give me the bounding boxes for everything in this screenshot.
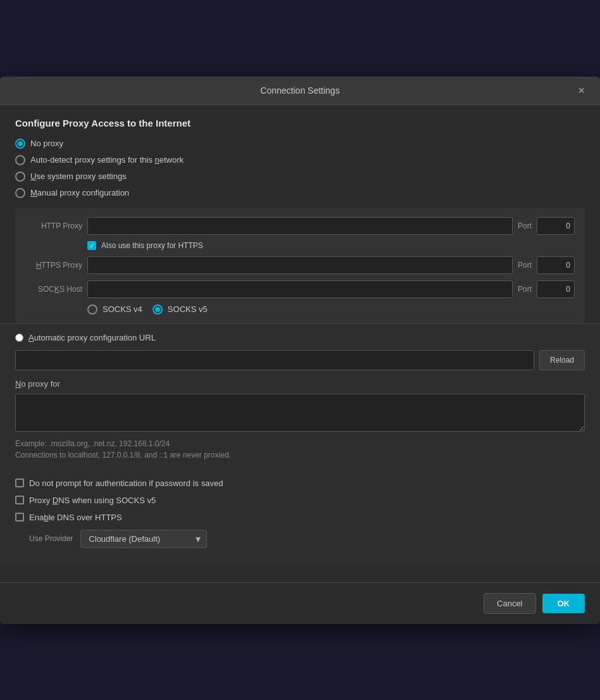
radio-item-auto-detect[interactable]: Auto-detect proxy settings for this netw… [15,155,585,165]
notice-text: Connections to localhost, 127.0.0.1/8, a… [15,451,585,459]
http-port-input[interactable] [537,217,575,235]
provider-wrapper: Cloudflare (Default) NextDNS Custom [80,530,207,548]
no-proxy-textarea[interactable] [15,394,585,432]
proxy-options-group: No proxy Auto-detect proxy settings for … [15,139,585,198]
no-proxy-radio[interactable] [15,139,25,149]
dns-https-option: Enable DNS over HTTPS [15,513,585,522]
dialog-footer: Cancel OK [0,582,600,624]
socks-host-row: SOCKS Host Port [25,280,575,298]
http-proxy-row: HTTP Proxy Port [25,217,575,235]
section-title: Configure Proxy Access to the Internet [15,118,585,128]
proxy-dns-label: Proxy DNS when using SOCKS v5 [29,496,156,505]
dialog-title: Connection Settings [260,85,339,96]
http-proxy-label: HTTP Proxy [25,222,82,230]
cancel-button[interactable]: Cancel [484,593,535,614]
socks-port-label: Port [518,285,532,294]
proxy-dns-checkbox[interactable] [15,496,24,504]
https-also-label: Also use this proxy for HTTPS [101,241,203,250]
title-bar: Connection Settings × [0,77,600,105]
options-section: Do not prompt for authentication if pass… [0,470,600,548]
connection-settings-dialog: Connection Settings × Configure Proxy Ac… [0,77,600,624]
socks-v5-label: SOCKS v5 [168,304,208,314]
dialog-content: Configure Proxy Access to the Internet N… [0,105,600,577]
https-port-input[interactable] [537,256,575,274]
radio-item-no-proxy[interactable]: No proxy [15,139,585,149]
http-proxy-input[interactable] [87,217,513,235]
dns-https-label: Enable DNS over HTTPS [29,513,122,522]
socks-host-input[interactable] [87,280,513,298]
https-checkbox-row: Also use this proxy for HTTPS [87,241,575,250]
example-text: Example: .mozilla.org, .net.nz, 192.168.… [15,439,585,448]
https-proxy-input[interactable] [87,256,513,274]
no-proxy-label: No proxy [30,139,63,148]
auto-detect-label: Auto-detect proxy settings for this netw… [30,155,184,165]
dns-https-checkbox[interactable] [15,513,24,522]
no-auth-checkbox[interactable] [15,478,24,487]
manual-proxy-radio[interactable] [15,188,25,198]
ok-button[interactable]: OK [542,594,585,613]
radio-item-manual-proxy[interactable]: Manual proxy configuration [15,188,585,198]
auto-proxy-url-input[interactable] [15,350,534,370]
close-button[interactable]: × [573,82,590,99]
manual-proxy-label: Manual proxy configuration [30,188,129,197]
http-port-label: Port [518,222,532,230]
no-auth-label: Do not prompt for authentication if pass… [29,478,223,488]
reload-button[interactable]: Reload [539,350,585,370]
socks-host-label: SOCKS Host [25,285,82,294]
provider-label: Use Provider [29,534,73,543]
socks-v4-radio[interactable] [87,304,97,315]
no-auth-option: Do not prompt for authentication if pass… [15,478,585,488]
https-also-checkbox[interactable] [87,241,96,250]
https-port-label: Port [518,261,532,270]
system-proxy-label: Use system proxy settings [30,172,127,181]
manual-proxy-fields: HTTP Proxy Port Also use this proxy for … [15,208,585,323]
https-proxy-row: HTTPS Proxy Port [25,256,575,274]
auto-proxy-url-radio[interactable] [15,334,23,342]
socks-v4-item[interactable]: SOCKS v4 [87,304,142,315]
proxy-dns-option: Proxy DNS when using SOCKS v5 [15,496,585,505]
auto-proxy-url-row: Reload [15,350,585,370]
socks-version-row: SOCKS v4 SOCKS v5 [87,304,575,315]
radio-item-system-proxy[interactable]: Use system proxy settings [15,172,585,182]
provider-row: Use Provider Cloudflare (Default) NextDN… [29,530,585,548]
https-proxy-label: HTTPS Proxy [25,261,82,270]
provider-select[interactable]: Cloudflare (Default) NextDNS Custom [80,530,207,548]
auto-proxy-header: Automatic proxy configuration URL [15,333,585,342]
no-proxy-for-label: No proxy for [15,379,585,389]
system-proxy-radio[interactable] [15,172,25,182]
auto-detect-radio[interactable] [15,155,25,165]
socks-v5-item[interactable]: SOCKS v5 [153,304,208,315]
auto-proxy-url-label: Automatic proxy configuration URL [28,333,156,342]
socks-v5-radio[interactable] [153,304,163,315]
socks-v4-label: SOCKS v4 [103,304,142,314]
socks-port-input[interactable] [537,280,575,298]
auto-proxy-section: Automatic proxy configuration URL Reload… [0,323,600,565]
